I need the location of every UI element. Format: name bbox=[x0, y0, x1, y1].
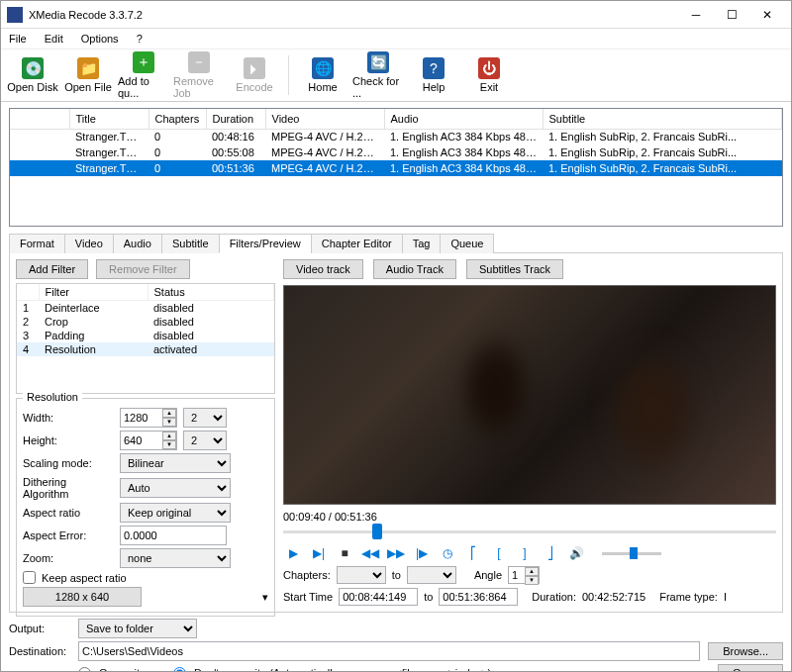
volume-slider[interactable] bbox=[602, 546, 661, 560]
mark-in-icon[interactable]: ⎡ bbox=[463, 544, 483, 562]
width-label: Width: bbox=[23, 412, 114, 424]
step-forward-icon[interactable]: |▶ bbox=[412, 544, 432, 562]
aspect-error-label: Aspect Error: bbox=[23, 529, 114, 541]
tab-chapter-editor[interactable]: Chapter Editor bbox=[311, 234, 403, 253]
start-time-label: Start Time bbox=[283, 591, 333, 603]
tab-queue[interactable]: Queue bbox=[440, 234, 494, 253]
col-subtitle[interactable]: Subtitle bbox=[543, 109, 782, 129]
file-row[interactable]: Stranger.Things...000:48:16MPEG-4 AVC / … bbox=[10, 129, 782, 144]
chevron-down-icon[interactable]: ▾ bbox=[262, 591, 268, 604]
filter-row[interactable]: 1Deinterlacedisabled bbox=[17, 301, 274, 316]
menu-edit[interactable]: Edit bbox=[41, 32, 67, 46]
close-button[interactable]: ✕ bbox=[749, 3, 785, 27]
open-button[interactable]: Open... bbox=[718, 664, 783, 672]
speaker-icon[interactable]: 🔊 bbox=[566, 544, 586, 562]
menu-options[interactable]: Options bbox=[77, 32, 123, 46]
keep-aspect-label: Keep aspect ratio bbox=[42, 572, 127, 584]
dont-overwrite-radio[interactable] bbox=[173, 667, 186, 673]
col-audio[interactable]: Audio bbox=[384, 109, 543, 129]
filter-row[interactable]: 4Resolutionactivated bbox=[17, 342, 274, 356]
destination-input[interactable] bbox=[78, 641, 700, 661]
col-chapters[interactable]: Chapters bbox=[148, 109, 206, 129]
output-mode-select[interactable]: Save to folder bbox=[78, 619, 197, 638]
col-title[interactable]: Title bbox=[69, 109, 148, 129]
tab-video[interactable]: Video bbox=[64, 234, 114, 253]
toolbar-add-to-qu-[interactable]: ＋Add to qu... bbox=[118, 51, 169, 99]
maximize-button[interactable]: ☐ bbox=[714, 3, 749, 27]
size-button[interactable]: 1280 x 640 bbox=[23, 587, 142, 607]
tab-tag[interactable]: Tag bbox=[402, 234, 442, 253]
aspect-select[interactable]: Keep original bbox=[120, 503, 231, 523]
zoom-select[interactable]: none bbox=[120, 548, 231, 568]
dither-select[interactable]: Auto bbox=[120, 478, 231, 498]
remove-filter-button[interactable]: Remove Filter bbox=[96, 259, 189, 279]
col-num bbox=[17, 284, 39, 301]
start-time-input[interactable] bbox=[339, 588, 418, 606]
minimize-button[interactable]: ─ bbox=[678, 3, 714, 27]
bracket-left-icon[interactable]: [ bbox=[489, 544, 509, 562]
titlebar: XMedia Recode 3.3.7.2 ─ ☐ ✕ bbox=[1, 1, 791, 29]
chapter-from-select[interactable] bbox=[337, 566, 386, 584]
to-label-2: to bbox=[424, 591, 433, 603]
menu-help[interactable]: ? bbox=[133, 32, 147, 46]
file-grid[interactable]: TitleChaptersDurationVideoAudioSubtitle … bbox=[9, 108, 783, 227]
aspect-error-input[interactable] bbox=[120, 526, 227, 545]
filters-preview-panel: Add Filter Remove Filter Filter Status 1… bbox=[9, 252, 783, 613]
forward-icon[interactable]: ▶▶ bbox=[386, 544, 406, 562]
zoom-label: Zoom: bbox=[23, 552, 114, 564]
toolbar-remove-job[interactable]: －Remove Job bbox=[173, 51, 225, 99]
bracket-right-icon[interactable]: ] bbox=[515, 544, 535, 562]
menubar: File Edit Options ? bbox=[1, 29, 791, 48]
col-filter: Filter bbox=[39, 284, 148, 301]
toolbar-check-for-[interactable]: 🔄Check for ... bbox=[352, 51, 404, 99]
toolbar-open-file[interactable]: 📁Open File bbox=[62, 51, 114, 99]
stop-icon[interactable]: ■ bbox=[335, 544, 354, 562]
file-row[interactable]: Stranger.Things...000:51:36MPEG-4 AVC / … bbox=[10, 160, 782, 176]
resolution-group: Resolution Width: ▲▼ 2 Height: ▲▼ 2 Scal… bbox=[16, 398, 275, 617]
tab-filters-preview[interactable]: Filters/Preview bbox=[219, 234, 312, 253]
toolbar-exit[interactable]: ⏻Exit bbox=[463, 51, 515, 99]
angle-label: Angle bbox=[474, 569, 502, 581]
rewind-icon[interactable]: ◀◀ bbox=[360, 544, 380, 562]
mark-out-icon[interactable]: ⎦ bbox=[541, 544, 560, 562]
next-icon[interactable]: ▶| bbox=[309, 544, 329, 562]
audio-track-button[interactable]: Audio Track bbox=[373, 259, 456, 279]
file-row[interactable]: Stranger.Things...000:55:08MPEG-4 AVC / … bbox=[10, 144, 782, 160]
subtitles-track-button[interactable]: Subtitles Track bbox=[466, 259, 563, 279]
playback-time: 00:09:40 / 00:51:36 bbox=[283, 511, 377, 523]
play-icon[interactable]: ▶ bbox=[283, 544, 303, 562]
menu-file[interactable]: File bbox=[5, 32, 31, 46]
width-step-select[interactable]: 2 bbox=[183, 408, 227, 428]
toolbar-home[interactable]: 🌐Home bbox=[297, 51, 348, 99]
end-time-input[interactable] bbox=[439, 588, 518, 606]
video-track-button[interactable]: Video track bbox=[283, 259, 363, 279]
tab-subtitle[interactable]: Subtitle bbox=[161, 234, 220, 253]
clock-icon[interactable]: ◷ bbox=[438, 544, 457, 562]
tab-audio[interactable]: Audio bbox=[113, 234, 162, 253]
window-title: XMedia Recode 3.3.7.2 bbox=[29, 9, 678, 21]
seek-slider[interactable] bbox=[283, 523, 776, 540]
overwrite-label: Overwrite bbox=[99, 667, 146, 672]
scaling-label: Scaling mode: bbox=[23, 457, 114, 469]
filter-row[interactable]: 3Paddingdisabled bbox=[17, 329, 274, 342]
col-duration[interactable]: Duration bbox=[206, 109, 265, 129]
col-video[interactable]: Video bbox=[265, 109, 384, 129]
keep-aspect-checkbox[interactable] bbox=[23, 571, 36, 584]
filter-row[interactable]: 2Cropdisabled bbox=[17, 315, 274, 329]
tab-format[interactable]: Format bbox=[9, 234, 65, 253]
add-filter-button[interactable]: Add Filter bbox=[16, 259, 88, 279]
toolbar-help[interactable]: ?Help bbox=[408, 51, 459, 99]
video-preview bbox=[283, 285, 776, 505]
toolbar-encode[interactable]: ⏵Encode bbox=[229, 51, 280, 99]
duration-label: Duration: bbox=[532, 591, 576, 603]
resolution-legend: Resolution bbox=[23, 391, 82, 403]
scaling-select[interactable]: Bilinear bbox=[120, 453, 231, 473]
frame-type-value: I bbox=[724, 591, 727, 603]
filter-list[interactable]: Filter Status 1Deinterlacedisabled2Cropd… bbox=[16, 283, 275, 394]
browse-button[interactable]: Browse... bbox=[708, 642, 783, 660]
toolbar-open-disk[interactable]: 💿Open Disk bbox=[7, 51, 58, 99]
height-step-select[interactable]: 2 bbox=[183, 431, 227, 450]
tab-strip: FormatVideoAudioSubtitleFilters/PreviewC… bbox=[9, 233, 783, 252]
chapter-to-select[interactable] bbox=[407, 566, 456, 584]
overwrite-radio[interactable] bbox=[78, 667, 91, 673]
